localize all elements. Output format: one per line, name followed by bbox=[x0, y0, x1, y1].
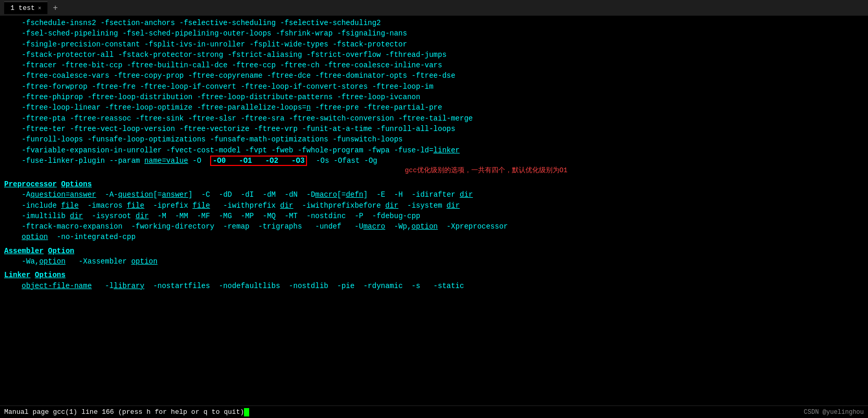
terminal-line: -ftree-pta -ftree-reassoc -ftree-sink -f… bbox=[4, 113, 864, 124]
terminal-line: -Aquestion=answer -A-question[=answer] -… bbox=[4, 189, 864, 200]
title-bar: 1 test × + bbox=[0, 0, 868, 16]
terminal-line: -ftree-loop-linear -ftree-loop-optimize … bbox=[4, 102, 864, 113]
terminal-line: -fsel-sched-pipelining -fsel-sched-pipel… bbox=[4, 28, 864, 39]
terminal-line: -imultilib dir -isysroot dir -M -MM -MF … bbox=[4, 211, 864, 221]
new-tab-button[interactable]: + bbox=[50, 3, 60, 13]
terminal-line: -include file -imacros file -iprefix fil… bbox=[4, 200, 864, 211]
terminal-line: option -no-integrated-cpp bbox=[4, 232, 864, 242]
assembler-section-header: Assembler Option bbox=[4, 246, 864, 256]
terminal-line: -ftree-phiprop -ftree-loop-distribution … bbox=[4, 92, 864, 102]
tab-close-button[interactable]: × bbox=[38, 5, 42, 11]
csdn-watermark: CSDN @yuelinghou bbox=[804, 409, 864, 416]
terminal-line: -funroll-loops -funsafe-loop-optimizatio… bbox=[4, 134, 864, 145]
terminal-line: -fschedule-insns2 -fsection-anchors -fse… bbox=[4, 18, 864, 28]
terminal-line: -ftree-forwprop -ftree-fre -ftree-loop-i… bbox=[4, 81, 864, 92]
status-bar: Manual page gcc(1) line 166 (press h for… bbox=[0, 405, 868, 418]
annotation-optimization: gcc优化级别的选项，一共有四个，默认优化级别为O1 bbox=[108, 166, 864, 176]
status-text: Manual page gcc(1) line 166 (press h for… bbox=[4, 408, 249, 416]
terminal-line: -fsingle-precision-constant -fsplit-ivs-… bbox=[4, 39, 864, 50]
terminal-line: -ftree-ter -ftree-vect-loop-version -ftr… bbox=[4, 124, 864, 134]
terminal-line: -Wa,option -Xassembler option bbox=[4, 256, 864, 267]
status-message: Manual page gcc(1) line 166 (press h for… bbox=[4, 408, 244, 416]
terminal-line: object-file-name -llibrary -nostartfiles… bbox=[4, 281, 864, 291]
preprocessor-section-header: Preprocessor Options bbox=[4, 179, 864, 189]
terminal-line: -ftracer -ftree-bit-ccp -ftree-builtin-c… bbox=[4, 60, 864, 70]
terminal-content: -fschedule-insns2 -fsection-anchors -fse… bbox=[0, 16, 868, 405]
terminal-cursor bbox=[244, 408, 249, 416]
terminal-line: -fstack-protector-all -fstack-protector-… bbox=[4, 50, 864, 60]
terminal-line: -ftree-coalesce-vars -ftree-copy-prop -f… bbox=[4, 70, 864, 81]
linker-section-header: Linker Options bbox=[4, 270, 864, 280]
terminal-line: -fvariable-expansion-in-unroller -fvect-… bbox=[4, 145, 864, 156]
terminal-line: -ftrack-macro-expansion -fworking-direct… bbox=[4, 221, 864, 232]
tab-label: 1 test bbox=[10, 4, 35, 12]
terminal-line-optimization: -fuse-linker-plugin --param name=value -… bbox=[4, 156, 864, 166]
terminal-tab[interactable]: 1 test × bbox=[4, 2, 47, 14]
